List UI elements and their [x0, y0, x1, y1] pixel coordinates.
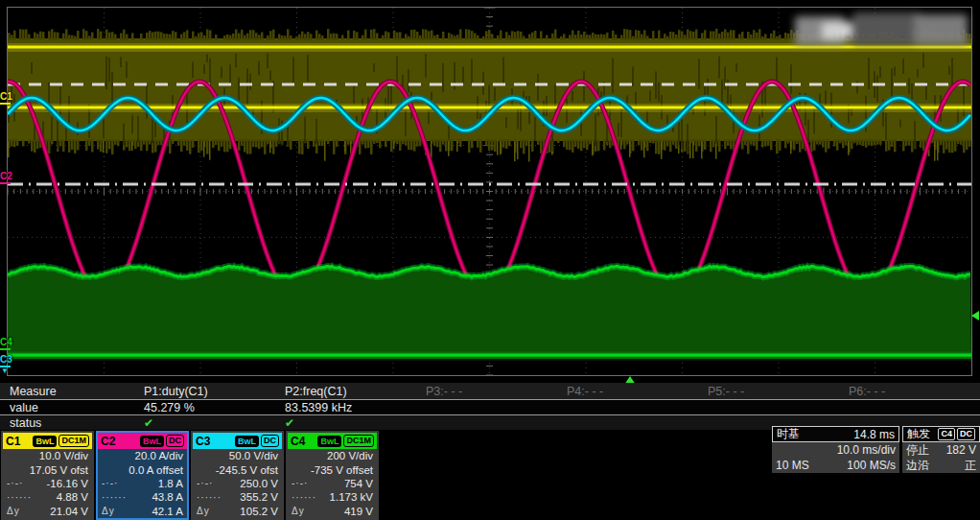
channel-descriptor-row: C1 BwL DC1M 10.0 V/div 17.05 V ofst -·-·… — [1, 431, 379, 520]
value-row-label: value — [0, 401, 144, 414]
bandwidth-limit-badge: BwL — [140, 436, 164, 447]
channel-header: C1 BwL DC1M — [3, 433, 92, 449]
channel-scale: 20.0 A/div — [98, 449, 187, 462]
channel-marker-c2[interactable]: C2 — [0, 172, 12, 184]
channel-marker-label: C3 — [0, 354, 12, 365]
channel-marker-bar — [0, 348, 11, 350]
measure-value: 45.279 % — [144, 401, 285, 414]
dotted-cursor-icon: ······ — [197, 492, 222, 503]
channel-marker-label: C4 — [0, 337, 12, 347]
timebase-sampling-row: 10 MS 100 MS/s — [772, 458, 899, 473]
cursor2-readout: ······355.2 V — [193, 490, 282, 504]
timebase-scale: 10.0 ms/div — [837, 443, 896, 457]
trigger-box[interactable]: 触发 C4 DC 停止 182 V 边沿 正 — [902, 426, 980, 473]
measure-title: Measure — [0, 385, 144, 398]
channel-marker-c4[interactable]: C4 — [0, 338, 12, 350]
oscilloscope-screen: C1 C2 C4 C3 ▼ Measure P1:duty(C1) P2:fre… — [0, 0, 980, 520]
coupling-badge: DC — [261, 435, 279, 447]
dashdot-cursor-icon: -·-· — [292, 478, 308, 488]
trigger-badges: C4 DC — [938, 428, 975, 440]
timebase-title: 时基 — [777, 426, 800, 442]
cursor2-readout: ······4.88 V — [3, 490, 92, 504]
trigger-level: 182 V — [946, 443, 976, 457]
cursor2-readout: ······43.8 A — [98, 490, 187, 504]
dotted-cursor-icon: ······ — [292, 492, 316, 503]
dotted-cursor-icon: ······ — [102, 492, 127, 503]
bandwidth-limit-badge: BwL — [33, 436, 57, 447]
dashdot-cursor-icon: -·-· — [7, 478, 23, 488]
dotted-cursor-icon: ······ — [7, 492, 32, 503]
cursor1-readout: -·-·754 V — [288, 477, 377, 490]
trigger-level-arrow-icon[interactable] — [971, 311, 979, 320]
measure-column-header[interactable]: P6:- - - — [849, 385, 980, 398]
channel-marker-label: C1 — [0, 91, 12, 102]
trigger-mode-row: 停止 182 V — [902, 442, 980, 458]
status-check-icon: ✔ — [144, 416, 285, 430]
trigger-header: 触发 C4 DC — [902, 426, 980, 442]
trigger-source-badge: C4 — [938, 428, 955, 440]
cursor1-readout: -·-·250.0 V — [193, 477, 282, 490]
channel-header: C3 BwL DC — [193, 433, 282, 449]
channel-marker-bar — [0, 182, 11, 184]
cursor2-readout: ······1.173 kV — [288, 490, 377, 504]
trigger-slope-label: 边沿 — [906, 458, 929, 474]
timebase-header: 时基 14.8 ms — [772, 426, 899, 442]
trigger-mode-label: 停止 — [906, 442, 929, 459]
delta-readout: Δy105.2 V — [193, 505, 282, 518]
trigger-coupling-badge: DC — [957, 428, 975, 440]
channel-marker-c1[interactable]: C1 — [0, 92, 12, 105]
coupling-badge: DC — [166, 435, 184, 447]
measure-value: 83.5399 kHz — [285, 401, 426, 414]
channel-header: C4 BwL DC1M — [288, 433, 377, 449]
channel-scale: 10.0 V/div — [3, 449, 92, 462]
status-row-label: status — [0, 416, 144, 430]
timebase-scale-row: 10.0 ms/div — [772, 442, 899, 458]
channel-offset: -245.5 V ofst — [193, 462, 282, 476]
channel-box-c3[interactable]: C3 BwL DC 50.0 V/div -245.5 V ofst -·-·2… — [191, 431, 284, 520]
channel-offset: 17.05 V ofst — [3, 462, 92, 476]
channel-offset: -735 V offset — [288, 462, 377, 476]
offscreen-down-arrow-icon: ▼ — [1, 367, 12, 374]
measure-column-header[interactable]: P1:duty(C1) — [144, 385, 285, 398]
timebase-value: 14.8 ms — [853, 428, 895, 441]
channel-id: C2 — [101, 435, 140, 448]
memory-depth: 10 MS — [776, 459, 809, 472]
channel-scale: 50.0 V/div — [193, 449, 282, 462]
channel-id: C1 — [6, 435, 33, 448]
timebase-box[interactable]: 时基 14.8 ms 10.0 ms/div 10 MS 100 MS/s — [772, 426, 899, 473]
dashdot-cursor-icon: -·-· — [102, 478, 118, 488]
measure-table: Measure P1:duty(C1) P2:freq(C1) P3:- - -… — [0, 383, 980, 430]
trigger-slope-row: 边沿 正 — [902, 458, 980, 473]
measure-column-header[interactable]: P3:- - - — [426, 385, 567, 398]
channel-id: C4 — [291, 435, 317, 448]
measure-column-header[interactable]: P2:freq(C1) — [285, 385, 426, 398]
delta-readout: Δy42.1 A — [98, 505, 187, 518]
channel-header: C2 BwL DC — [98, 433, 187, 449]
sample-rate: 100 MS/s — [847, 459, 896, 472]
measure-header-row: Measure P1:duty(C1) P2:freq(C1) P3:- - -… — [0, 383, 980, 399]
channel-marker-bar — [0, 103, 11, 105]
channel-box-c4[interactable]: C4 BwL DC1M 200 V/div -735 V offset -·-·… — [286, 431, 379, 520]
measure-value-row: value 45.279 % 83.5399 kHz — [0, 399, 980, 415]
status-check-icon: ✔ — [285, 416, 426, 430]
dashdot-cursor-icon: -·-· — [197, 478, 213, 488]
channel-offset: 0.0 A offset — [98, 462, 187, 476]
delta-readout: Δy21.04 V — [3, 505, 92, 518]
delta-readout: Δy419 V — [288, 505, 377, 518]
delta-y-label: Δy — [292, 506, 305, 516]
trigger-title: 触发 — [907, 426, 930, 442]
channel-box-c1[interactable]: C1 BwL DC1M 10.0 V/div 17.05 V ofst -·-·… — [1, 431, 94, 520]
measure-column-header[interactable]: P5:- - - — [708, 385, 849, 398]
bandwidth-limit-badge: BwL — [235, 436, 259, 447]
channel-marker-c3[interactable]: C3 ▼ — [0, 355, 12, 374]
waveform-display[interactable] — [8, 8, 971, 375]
coupling-badge: DC1M — [343, 435, 374, 447]
masked-logo — [793, 9, 970, 54]
measure-column-header[interactable]: P4:- - - — [567, 385, 708, 398]
channel-box-c2[interactable]: C2 BwL DC 20.0 A/div 0.0 A offset -·-·1.… — [96, 431, 189, 520]
cursor1-readout: -·-·1.8 A — [98, 477, 187, 490]
bandwidth-limit-badge: BwL — [317, 436, 341, 447]
cursor1-readout: -·-·-16.16 V — [3, 477, 92, 490]
channel-marker-label: C2 — [0, 171, 12, 181]
channel-id: C3 — [196, 435, 235, 448]
